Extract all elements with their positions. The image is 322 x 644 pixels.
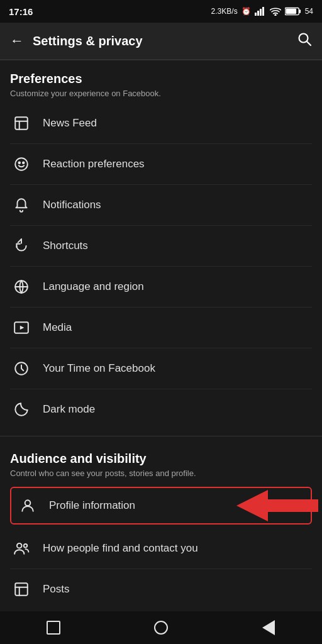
status-right: 2.3KB/s ⏰ 54 bbox=[211, 7, 313, 16]
notifications-label: Notifications bbox=[43, 199, 101, 211]
red-arrow-icon bbox=[236, 487, 318, 525]
dark-mode-icon bbox=[10, 398, 33, 421]
page-title: Settings & privacy bbox=[33, 34, 143, 48]
sidebar-item-reaction-preferences[interactable]: Reaction preferences bbox=[10, 144, 312, 185]
header: ← Settings & privacy bbox=[0, 23, 322, 60]
preferences-title: Preferences bbox=[10, 72, 312, 86]
sidebar-item-language-region[interactable]: Language and region bbox=[10, 267, 312, 308]
svg-rect-7 bbox=[286, 9, 296, 14]
highlight-arrow bbox=[236, 487, 318, 525]
preferences-menu-list: News Feed Reaction preferences Notificat… bbox=[0, 103, 322, 430]
shortcuts-icon bbox=[10, 235, 33, 257]
square-icon bbox=[47, 621, 60, 635]
nav-square-button[interactable] bbox=[41, 619, 66, 636]
profile-information-row: Profile information bbox=[10, 483, 312, 528]
audience-section-header: Audience and visibility Control who can … bbox=[0, 443, 322, 478]
language-region-label: Language and region bbox=[43, 280, 144, 293]
section-divider bbox=[0, 436, 322, 436]
svg-point-24 bbox=[25, 500, 31, 506]
sidebar-item-news-feed[interactable]: News Feed bbox=[10, 103, 312, 144]
news-feed-label: News Feed bbox=[43, 117, 97, 130]
speed-indicator: 2.3KB/s bbox=[211, 7, 238, 16]
media-icon bbox=[10, 316, 33, 339]
audience-menu-list: Profile information How people find and … bbox=[0, 483, 322, 609]
sidebar-item-dark-mode[interactable]: Dark mode bbox=[10, 389, 312, 430]
audience-subtitle: Control who can see your posts, stories … bbox=[10, 469, 312, 478]
time-icon bbox=[10, 357, 33, 380]
posts-icon bbox=[10, 578, 33, 601]
media-label: Media bbox=[43, 321, 72, 334]
profile-information-label: Profile information bbox=[49, 499, 135, 512]
svg-line-9 bbox=[307, 42, 311, 45]
svg-point-14 bbox=[18, 162, 20, 164]
sidebar-item-media[interactable]: Media bbox=[10, 308, 312, 348]
wifi-icon bbox=[270, 7, 281, 16]
svg-rect-2 bbox=[260, 9, 262, 16]
find-contact-label: How people find and contact you bbox=[43, 542, 198, 555]
svg-point-26 bbox=[17, 543, 22, 548]
svg-rect-1 bbox=[257, 11, 259, 16]
search-button[interactable] bbox=[297, 31, 312, 50]
news-feed-icon bbox=[10, 112, 33, 135]
svg-rect-6 bbox=[299, 9, 300, 13]
shortcuts-label: Shortcuts bbox=[43, 240, 88, 252]
svg-rect-3 bbox=[262, 7, 264, 16]
sidebar-item-notifications[interactable]: Notifications bbox=[10, 185, 312, 226]
battery-icon bbox=[285, 7, 301, 16]
svg-rect-10 bbox=[15, 117, 28, 130]
svg-point-4 bbox=[275, 14, 276, 16]
alarm-icon: ⏰ bbox=[242, 7, 251, 16]
signal-icon bbox=[255, 7, 266, 16]
reaction-preferences-label: Reaction preferences bbox=[43, 158, 145, 170]
svg-marker-22 bbox=[20, 326, 25, 330]
preferences-subtitle: Customize your experience on Facebook. bbox=[10, 89, 312, 98]
language-icon bbox=[10, 275, 33, 298]
nav-home-button[interactable] bbox=[148, 619, 174, 636]
dark-mode-label: Dark mode bbox=[43, 403, 95, 416]
posts-label: Posts bbox=[43, 583, 70, 596]
bottom-navigation bbox=[0, 611, 322, 644]
sidebar-item-posts[interactable]: Posts bbox=[10, 569, 312, 609]
find-contact-icon bbox=[10, 537, 33, 560]
svg-rect-0 bbox=[255, 13, 257, 16]
nav-back-button[interactable] bbox=[256, 619, 281, 636]
preferences-section-header: Preferences Customize your experience on… bbox=[0, 60, 322, 98]
svg-marker-25 bbox=[236, 490, 318, 521]
sidebar-item-time-on-facebook[interactable]: Your Time on Facebook bbox=[10, 348, 312, 389]
time-on-facebook-label: Your Time on Facebook bbox=[43, 362, 155, 375]
status-bar: 17:16 2.3KB/s ⏰ 54 bbox=[0, 0, 322, 23]
svg-point-27 bbox=[24, 544, 27, 547]
sidebar-item-find-contact[interactable]: How people find and contact you bbox=[10, 528, 312, 569]
circle-icon bbox=[154, 621, 168, 635]
status-time: 17:16 bbox=[9, 6, 33, 17]
svg-point-15 bbox=[23, 162, 25, 164]
svg-point-13 bbox=[15, 158, 28, 170]
sidebar-item-shortcuts[interactable]: Shortcuts bbox=[10, 226, 312, 267]
reaction-icon bbox=[10, 153, 33, 175]
svg-rect-28 bbox=[15, 583, 28, 596]
profile-information-icon bbox=[16, 494, 39, 517]
audience-title: Audience and visibility bbox=[10, 452, 312, 466]
battery-level: 54 bbox=[305, 7, 313, 16]
triangle-icon bbox=[262, 620, 275, 635]
back-button[interactable]: ← bbox=[10, 33, 24, 49]
notifications-icon bbox=[10, 194, 33, 216]
